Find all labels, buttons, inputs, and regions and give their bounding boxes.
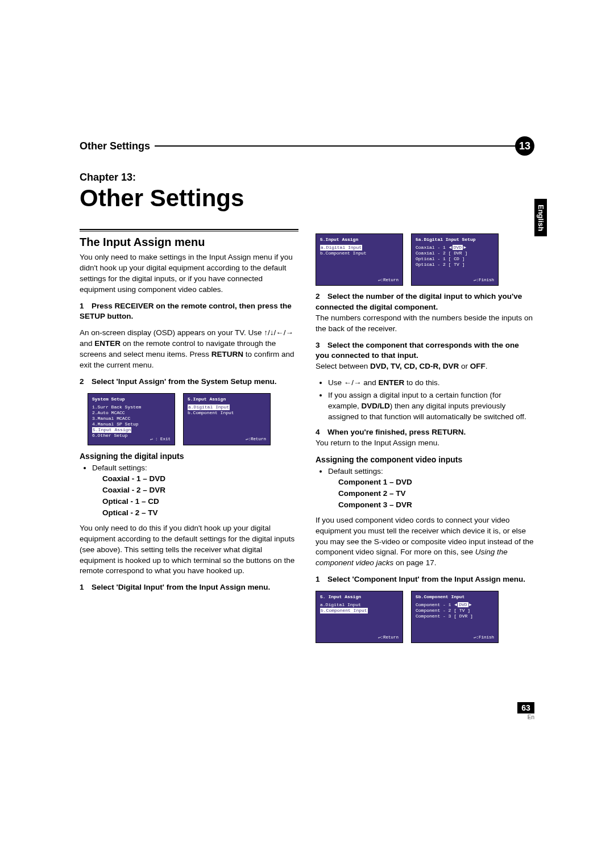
page-number: 63 bbox=[517, 702, 534, 713]
osd-input-assign: 5.Input Assign a.Digital Input b.Compone… bbox=[316, 233, 403, 286]
list-item: If you assign a digital input to a certa… bbox=[328, 390, 534, 423]
osd-footer: ↵:Return bbox=[378, 278, 399, 283]
step-2: 2 Select 'Input Assign' from the System … bbox=[80, 377, 298, 387]
osd-key: Coaxial - 1 bbox=[416, 245, 446, 250]
step-4-body: You return to the Input Assign menu. bbox=[316, 438, 534, 449]
section-header: Other Settings 13 bbox=[80, 136, 534, 156]
digital-paragraph: You only need to do this if you didn't h… bbox=[80, 523, 298, 577]
osd-footer: ↵:Return bbox=[246, 437, 266, 442]
osd-title: 5a.Digital Input Setup bbox=[416, 237, 494, 243]
osd-title: System Setup bbox=[92, 397, 171, 402]
osd-title: 5.Input Assign bbox=[188, 397, 266, 402]
osd-title: 5.Input Assign bbox=[320, 237, 399, 243]
chapter-number-badge: 13 bbox=[515, 136, 534, 156]
osd-val: DVR bbox=[454, 251, 462, 256]
dvd-ld-label: DVD/LD bbox=[362, 402, 390, 410]
step-1-digital: 1 Select 'Digital Input' from the Input … bbox=[80, 582, 298, 593]
osd-footer: ↵ : Exit bbox=[150, 437, 171, 442]
osd-line: b.Component Input bbox=[320, 251, 399, 256]
text: to do this. bbox=[404, 378, 439, 387]
osd-input-assign: 5. Input Assign a.Digital Input b.Compon… bbox=[316, 591, 403, 643]
default-label: Default settings: bbox=[92, 464, 147, 472]
osd-line-selected: 5.Input Assign bbox=[92, 427, 131, 433]
list-item: Default settings: Component 1 – DVD Comp… bbox=[328, 466, 534, 511]
osd-key: Component - 1 bbox=[416, 602, 451, 607]
text: and bbox=[362, 378, 379, 387]
default-value: Component 2 – TV bbox=[338, 489, 534, 499]
osd-val: TV bbox=[459, 608, 465, 613]
chapter-label: Chapter 13: bbox=[80, 172, 534, 183]
text: Use bbox=[328, 378, 344, 387]
osd-title: 5. Input Assign bbox=[320, 594, 399, 600]
default-list: Default settings: Coaxial - 1 – DVD Coax… bbox=[80, 463, 298, 518]
default-value: Optical - 1 – CD bbox=[102, 496, 298, 507]
osd-line: 2.Auto MCACC bbox=[92, 410, 171, 416]
step-3-body: Select between DVD, TV, CD, CD-R, DVR or… bbox=[316, 361, 534, 372]
osd-line: 3.Manual MCACC bbox=[92, 416, 171, 422]
text: and bbox=[80, 339, 94, 348]
enter-label: ENTER bbox=[94, 339, 121, 348]
osd-row-1: System Setup 1.Surr Back System 2.Auto M… bbox=[88, 393, 298, 445]
osd-line: a.Digital Input bbox=[320, 602, 399, 608]
osd-footer: ↵:Finish bbox=[474, 278, 494, 283]
osd-line: 1.Surr Back System bbox=[92, 404, 171, 410]
language-tab: English bbox=[534, 199, 547, 236]
options-list: DVD, TV, CD, CD-R, DVR bbox=[370, 362, 459, 370]
content-columns: The Input Assign menu You only need to m… bbox=[80, 229, 534, 649]
step-3-right: 3 Select the component that corresponds … bbox=[316, 340, 534, 362]
step-2-right: 2 Select the number of the digital input… bbox=[316, 291, 534, 313]
osd-row-3: 5. Input Assign a.Digital Input b.Compon… bbox=[316, 591, 534, 643]
default-value: Component 3 – DVR bbox=[338, 500, 534, 511]
text: An on-screen display (OSD) appears on yo… bbox=[80, 328, 264, 337]
section-rule bbox=[80, 229, 298, 232]
right-column: 5.Input Assign a.Digital Input b.Compone… bbox=[316, 229, 534, 649]
step-1-component: 1 Select 'Component Input' from the Inpu… bbox=[316, 574, 534, 585]
default-value: Coaxial - 2 – DVR bbox=[102, 485, 298, 496]
osd-footer: ↵:Return bbox=[378, 635, 399, 640]
text: or bbox=[459, 362, 470, 370]
osd-val-selected: DVD bbox=[453, 245, 463, 250]
component-paragraph: If you used component video cords to con… bbox=[316, 515, 534, 569]
left-column: The Input Assign menu You only need to m… bbox=[80, 229, 298, 649]
osd-key: Optical - 1 bbox=[416, 256, 446, 261]
osd-system-setup: System Setup 1.Surr Back System 2.Auto M… bbox=[88, 393, 175, 445]
osd-line-selected: a.Digital Input bbox=[320, 245, 362, 251]
osd-val-selected: DVD bbox=[458, 602, 468, 607]
osd-line-selected: b.Component Input bbox=[320, 608, 368, 614]
off-label: OFF bbox=[470, 362, 486, 370]
osd-digital-input-setup: 5a.Digital Input Setup Coaxial - 1 ◄DVD►… bbox=[411, 233, 499, 286]
section-title: The Input Assign menu bbox=[80, 234, 298, 250]
subheading-component: Assigning the component video inputs bbox=[316, 454, 534, 466]
bullet-list: Use ←/→ and ENTER to do this. If you ass… bbox=[316, 378, 534, 423]
osd-line: b.Component Input bbox=[188, 410, 266, 416]
arrow-icons: ←/→ bbox=[344, 378, 362, 387]
list-item: Default settings: Coaxial - 1 – DVD Coax… bbox=[92, 463, 298, 518]
intro-paragraph: You only need to make settings in the In… bbox=[80, 252, 298, 295]
osd-val: TV bbox=[454, 262, 459, 267]
step-4-right: 4 When you're finished, press RETURN. bbox=[316, 427, 534, 438]
section-header-label: Other Settings bbox=[80, 140, 155, 152]
return-label: RETURN bbox=[211, 350, 243, 358]
page-footer: 63 En bbox=[517, 702, 534, 720]
osd-val: CD bbox=[454, 256, 459, 261]
osd-row-2: 5.Input Assign a.Digital Input b.Compone… bbox=[316, 233, 534, 286]
subheading-digital: Assigning the digital inputs bbox=[80, 451, 298, 462]
enter-label: ENTER bbox=[379, 378, 405, 387]
text: on page 17. bbox=[393, 558, 436, 567]
osd-key: Optical - 2 bbox=[416, 262, 446, 267]
osd-val: DVR bbox=[459, 614, 467, 619]
step-1: 1 Press RECEIVER on the remote control, … bbox=[80, 301, 298, 323]
osd-key: Component - 3 bbox=[416, 614, 451, 619]
step-2-body: The numbers correspond with the numbers … bbox=[316, 313, 534, 335]
text: . bbox=[486, 362, 488, 370]
text: Select between bbox=[316, 362, 370, 370]
osd-component-input: 5b.Component Input Component - 1 ◄DVD► C… bbox=[411, 591, 499, 643]
step-1-body: An on-screen display (OSD) appears on yo… bbox=[80, 328, 298, 371]
default-list-component: Default settings: Component 1 – DVD Comp… bbox=[316, 466, 534, 511]
default-label: Default settings: bbox=[328, 467, 383, 475]
default-value: Optical - 2 – TV bbox=[102, 508, 298, 519]
list-item: Use ←/→ and ENTER to do this. bbox=[328, 378, 534, 389]
osd-title: 5b.Component Input bbox=[416, 594, 494, 600]
osd-line: 4.Manual SP Setup bbox=[92, 422, 171, 427]
osd-key: Coaxial - 2 bbox=[416, 251, 446, 256]
